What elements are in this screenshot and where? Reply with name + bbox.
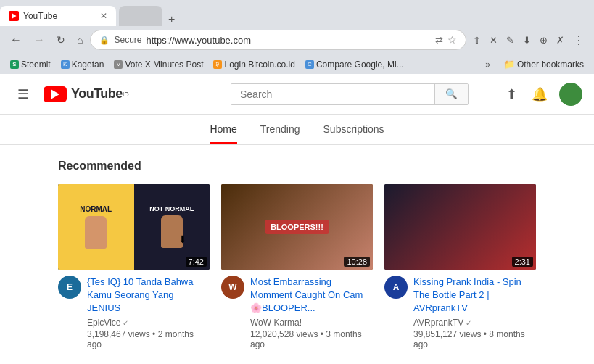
tab-close-btn[interactable]: ✕ [100,11,107,21]
thumb1-finger-left [85,216,107,249]
back-btn[interactable]: ← [6,30,26,49]
bookmark-steemit[interactable]: S Steemit [6,58,55,71]
browser-ext1[interactable]: ⊕ [536,33,551,48]
yt-nav-trending[interactable]: Trending [260,115,300,144]
bookmark-bitcoin[interactable]: ₿ Login Bitcoin.co.id [209,58,299,71]
youtube-page: ☰ YouTube ID 🔍 ⬆ 🔔 Home Trending [0,74,594,364]
video-stats-2: 12,020,528 views • 3 months ago [250,329,373,349]
yt-nav-home[interactable]: Home [210,115,236,144]
download-icon[interactable]: ⬇ [519,33,535,48]
url-input[interactable] [147,35,432,46]
translate-icon[interactable]: ⇄ [435,35,443,46]
verified-icon-1: ✓ [123,319,128,327]
inactive-tab-area [119,6,162,26]
yt-logo-icon [44,86,67,102]
new-tab-btn[interactable]: + [162,13,181,26]
video-info-1: E {Tes IQ} 10 Tanda Bahwa Kamu Seorang Y… [58,276,210,350]
yt-content: Recommended NORMAL NOT NORMAL ⬇ [0,145,594,364]
video-card-3[interactable]: 2:31 A Kissing Prank India - Spin The Bo… [384,184,536,349]
video-meta-1: {Tes IQ} 10 Tanda Bahwa Kamu Seorang Yan… [87,276,210,350]
yt-search-form: 🔍 [231,83,469,105]
yt-logo-text: YouTube [71,86,123,102]
video-channel-2: WoW Karma! [250,318,373,328]
browser-ext2[interactable]: ✗ [553,33,568,48]
other-bookmarks-label: Other bookmarks [517,59,584,70]
yt-nav-subscriptions[interactable]: Subscriptions [323,115,384,144]
video-channel-1: EpicVice ✓ [87,318,210,328]
bookmark-kagetan[interactable]: K Kagetan [57,58,109,71]
bookmark-compare-label: Compare Google, Mi... [316,59,404,70]
vote-favicon: V [114,60,123,69]
bookmark-star-icon[interactable]: ☆ [447,34,457,46]
video-grid: NORMAL NOT NORMAL ⬇ 7:42 E [58,184,536,349]
video-title-3: Kissing Prank India - Spin The Bottle Pa… [413,276,536,315]
thumb1-normal-label: NORMAL [80,205,112,213]
yt-user-avatar[interactable] [559,83,582,106]
channel-avatar-3: A [384,276,408,299]
other-bookmarks[interactable]: 📁 Other bookmarks [499,57,588,71]
video-channel-3: AVRprankTV ✓ [413,318,536,328]
yt-header-right: ⬆ 🔔 [503,83,582,106]
yt-logo-id: ID [123,91,129,98]
kagetan-favicon: K [61,60,70,69]
bloopers-label: BLOOPERS!!! [265,220,329,234]
extensions-btn[interactable]: ⇧ [469,33,484,48]
tab-title: YouTube [23,11,57,21]
bookmark-steemit-label: Steemit [21,59,51,70]
yt-hamburger-btn[interactable]: ☰ [12,80,35,108]
browser-toolbar: ← → ↻ ⌂ 🔒 Secure ⇄ ☆ ⇧ ✕ ✎ ⬇ ⊕ ✗ ⋮ [0,26,594,54]
bookmark-vote[interactable]: V Vote X Minutes Post [110,58,207,71]
video-info-2: W Most Embarrassing Momment Caught On Ca… [221,276,373,350]
yt-search-btn[interactable]: 🔍 [434,84,468,104]
edit-icon[interactable]: ✎ [503,33,518,48]
youtube-favicon [9,11,19,21]
video-card-2[interactable]: BLOOPERS!!! 10:28 W Most Embarrassing Mo… [221,184,373,349]
yt-notifications-btn[interactable]: 🔔 [529,83,550,105]
video-stats-3: 39,851,127 views • 8 months ago [413,329,536,349]
folder-icon: 📁 [503,59,515,70]
bookmark-bitcoin-label: Login Bitcoin.co.id [224,59,294,70]
toolbar-actions: ⇧ ✕ ✎ ⬇ ⊕ ✗ ⋮ [469,31,588,49]
channel-avatar-2: W [221,276,244,299]
verified-icon-3: ✓ [466,319,471,327]
video-card-1[interactable]: NORMAL NOT NORMAL ⬇ 7:42 E [58,184,210,349]
yt-upload-btn[interactable]: ⬆ [503,83,520,105]
video-title-1: {Tes IQ} 10 Tanda Bahwa Kamu Seorang Yan… [87,276,210,315]
video-thumb-1: NORMAL NOT NORMAL ⬇ 7:42 [58,184,210,270]
video-duration-1: 7:42 [186,257,207,267]
address-bar: 🔒 Secure ⇄ ☆ [90,30,466,50]
bookmarks-overflow-btn[interactable]: » [481,58,495,71]
video-info-3: A Kissing Prank India - Spin The Bottle … [384,276,536,350]
cast-icon[interactable]: ✕ [486,33,501,48]
video-thumb-3: 2:31 [384,184,536,270]
yt-header: ☰ YouTube ID 🔍 ⬆ 🔔 [0,74,594,115]
yt-search-input[interactable] [231,84,434,104]
yt-search-box: 🔍 [231,83,469,105]
tab-bar: YouTube ✕ + [0,0,594,26]
bookmark-compare[interactable]: C Compare Google, Mi... [301,58,408,71]
channel-avatar-1: E [58,276,81,299]
compare-favicon: C [305,60,314,69]
video-meta-3: Kissing Prank India - Spin The Bottle Pa… [413,276,536,350]
bitcoin-favicon: ₿ [213,60,222,69]
bookmarks-bar: S Steemit K Kagetan V Vote X Minutes Pos… [0,54,594,74]
video-duration-2: 10:28 [344,257,370,267]
yt-logo[interactable]: YouTube ID [44,86,129,102]
recommended-section-title: Recommended [58,160,536,173]
yt-play-triangle [51,89,59,99]
video-duration-3: 2:31 [512,257,533,267]
forward-btn[interactable]: → [29,30,49,49]
yt-nav: Home Trending Subscriptions [0,115,594,145]
secure-lock-icon: 🔒 [99,36,110,45]
reload-btn[interactable]: ↻ [52,31,70,49]
active-tab[interactable]: YouTube ✕ [0,6,116,26]
video-meta-2: Most Embarrassing Momment Caught On Cam … [250,276,373,350]
steemit-favicon: S [10,60,19,69]
bookmark-kagetan-label: Kagetan [72,59,104,70]
video-thumb-2: BLOOPERS!!! 10:28 [221,184,373,270]
menu-btn[interactable]: ⋮ [569,31,588,49]
video-stats-1: 3,198,467 views • 2 months ago [87,329,210,349]
secure-label: Secure [114,35,141,45]
home-btn[interactable]: ⌂ [73,31,87,49]
bookmark-vote-label: Vote X Minutes Post [125,59,203,70]
